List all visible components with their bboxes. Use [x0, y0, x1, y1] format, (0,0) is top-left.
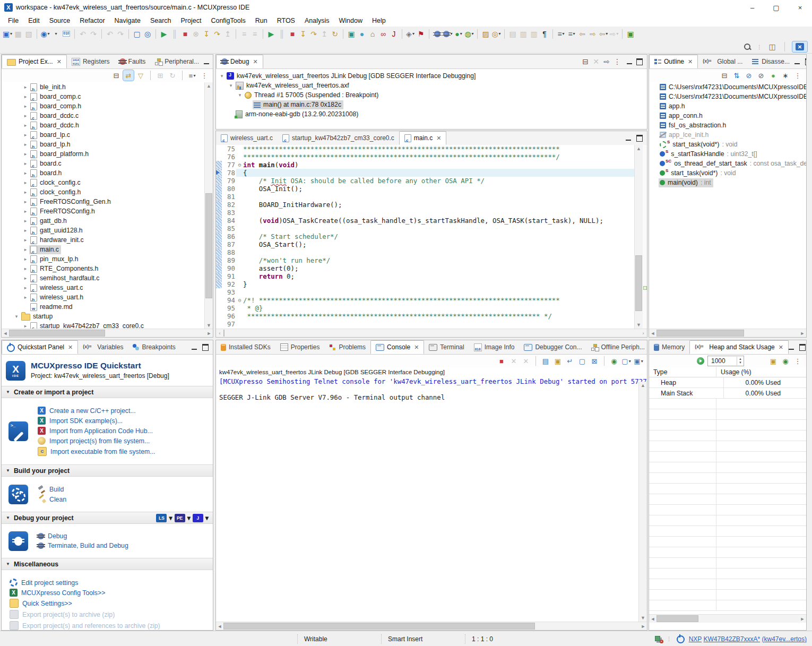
close-icon[interactable]: ✕: [57, 58, 62, 65]
fold-marker-icon[interactable]: ⊖: [236, 296, 243, 304]
line-number[interactable]: 76: [222, 153, 236, 161]
expander-icon[interactable]: ▾: [13, 314, 20, 319]
line-number[interactable]: 96: [222, 312, 236, 320]
explorer-item-clock-config-c[interactable]: ▸clock_config.c: [2, 178, 204, 187]
close-icon[interactable]: ✕: [688, 58, 693, 65]
expander-icon[interactable]: ▸: [22, 161, 29, 166]
tags[interactable]: ◈▾: [405, 28, 416, 40]
collapse-icon[interactable]: ▼: [6, 390, 10, 394]
tab-debugger-con[interactable]: Debugger Con...: [519, 340, 586, 354]
collapse-all[interactable]: ⊟: [719, 70, 730, 81]
explorer-item-startup-kw47b42zb7-cm33-core0-c[interactable]: ▸startup_kw47b42zb7_cm33_core0.c: [2, 321, 204, 329]
build[interactable]: ▾: [50, 28, 61, 40]
view-menu[interactable]: ⋮: [792, 356, 803, 366]
explorer-item-gatt-db-h[interactable]: ▸gatt_db.h: [2, 216, 204, 226]
explorer-label-wrap[interactable]: board_dcdc.c: [29, 111, 81, 120]
open-console-view[interactable]: ▢: [132, 28, 142, 40]
link-with-editor[interactable]: ⇄: [123, 70, 134, 81]
menu-configtools[interactable]: ConfigTools: [206, 16, 250, 25]
debug-item-kw47evk-wireless-uart-freertos-jlink-deb[interactable]: ▾kw47evk_wireless_uart_freertos JLink De…: [216, 71, 647, 81]
line-number[interactable]: 90: [222, 264, 236, 272]
terminate-console[interactable]: ■: [496, 356, 507, 366]
explorer-label-wrap[interactable]: board.h: [29, 169, 64, 178]
debug-label-wrap[interactable]: kw47evk_wireless_uart_freertos.axf: [235, 81, 351, 90]
debug-config-dd[interactable]: ▾: [443, 28, 453, 40]
expander-icon[interactable]: ▸: [22, 170, 29, 176]
expander-icon[interactable]: ▸: [22, 123, 29, 128]
explorer-label-wrap[interactable]: clock_config.h: [29, 188, 83, 197]
explorer-label-wrap[interactable]: wireless_uart.h: [29, 293, 85, 302]
tab-debug[interactable]: Debug✕: [216, 55, 263, 68]
remove-flag[interactable]: ⚑: [416, 28, 426, 40]
probe-jlink-dropdown[interactable]: ▾: [205, 514, 209, 522]
menu-window[interactable]: Window: [334, 16, 367, 25]
expander-icon[interactable]: ▾: [227, 83, 235, 88]
close-button[interactable]: ×: [788, 0, 812, 15]
explorer-item-rte-components-h[interactable]: ▸RTE_Components.h: [2, 264, 204, 273]
menu-search[interactable]: Search: [145, 16, 176, 25]
line-number[interactable]: 83: [222, 209, 236, 217]
tab-breakpoints[interactable]: Breakpoints: [128, 340, 180, 354]
fold-marker-icon[interactable]: ⊖: [236, 161, 243, 169]
show-on-stderr[interactable]: ⊠: [589, 356, 600, 366]
line-number[interactable]: 91: [222, 272, 236, 280]
line-number[interactable]: 88: [222, 248, 236, 256]
launch-power-icon[interactable]: [677, 635, 685, 643]
expander-icon[interactable]: ▸: [22, 266, 29, 271]
explorer-item-board-dcdc-c[interactable]: ▸board_dcdc.c: [2, 111, 204, 120]
explorer-item-clock-config-h[interactable]: ▸clock_config.h: [2, 187, 204, 197]
outline-label-wrap[interactable]: fsl_os_abstraction.h: [659, 121, 728, 130]
explorer-label-wrap[interactable]: startup_kw47b42zb7_cm33_core0.c: [29, 322, 146, 330]
expander-icon[interactable]: ▾: [218, 73, 226, 79]
collapse-icon[interactable]: ▼: [6, 515, 10, 520]
probe-pemicro-dropdown[interactable]: ▾: [187, 514, 191, 522]
menu-file[interactable]: File: [3, 16, 23, 25]
editor-horizontal-scrollbar[interactable]: ‹›: [216, 329, 647, 337]
outline-item-app-conn-h[interactable]: app_conn.h: [649, 111, 806, 120]
outline-label-wrap[interactable]: Sstart_task(void*) : void: [659, 140, 740, 149]
home[interactable]: ⌂: [367, 28, 378, 40]
outline-item-start-task-void[interactable]: Sstart_task(void*) : void: [649, 168, 806, 178]
outline-item-app-lce-init-h[interactable]: app_lce_init.h: [649, 130, 806, 140]
outline-item-s-starttaskhandle[interactable]: Ss_startTaskHandle : uint32_t[]: [649, 149, 806, 159]
open-type[interactable]: ▨: [480, 28, 491, 40]
explorer-item-board-comp-h[interactable]: ▸board_comp.h: [2, 101, 204, 111]
status-link-0[interactable]: NXP: [689, 635, 702, 643]
explorer-item-board-platform-h[interactable]: ▸board_platform.h: [2, 149, 204, 159]
probe-pemicro[interactable]: PE: [175, 514, 185, 522]
line-number[interactable]: 78: [222, 169, 236, 177]
explorer-label-wrap[interactable]: FreeRTOSConfig.h: [29, 207, 97, 216]
line-number[interactable]: 93: [222, 288, 236, 296]
line-number[interactable]: 89: [222, 256, 236, 264]
outline-item-c-users-nxf47231-documents-mcuxpressoide[interactable]: C:\Users\nxf47231\Documents\MCUXpressoID…: [649, 92, 806, 101]
expander-icon[interactable]: ▸: [22, 275, 29, 281]
explorer-label-wrap[interactable]: startup: [20, 312, 55, 321]
outline-horizontal-scrollbar[interactable]: ◄►: [649, 329, 806, 337]
close-icon[interactable]: ✕: [436, 135, 441, 142]
step-into-2[interactable]: ↧: [298, 28, 308, 40]
line-number[interactable]: 86: [222, 232, 236, 240]
open-console[interactable]: ▣▾: [633, 356, 644, 366]
outline-label-wrap[interactable]: Sstart_task(void*) : void: [659, 169, 738, 178]
menu-project[interactable]: Project: [176, 16, 206, 25]
hide-static[interactable]: ⊘: [756, 70, 766, 81]
expander-icon[interactable]: ▸: [22, 228, 29, 233]
restart[interactable]: ▶: [266, 28, 277, 40]
debug-config[interactable]: [432, 28, 443, 40]
explorer-label-wrap[interactable]: semihost_hardfault.c: [29, 274, 101, 283]
debug-item-arm-none-eabi-gdb-13-2-90-20231008[interactable]: arm-none-eabi-gdb (13.2.90.20231008): [216, 109, 647, 119]
probe-jlink[interactable]: J: [193, 514, 203, 522]
explorer-label-wrap[interactable]: board.c: [29, 159, 64, 168]
line-number[interactable]: 97: [222, 320, 236, 328]
line-number[interactable]: 94: [222, 296, 236, 304]
explorer-item-board-h[interactable]: ▸board.h: [2, 168, 204, 178]
minimize-view-icon[interactable]: [626, 135, 631, 141]
line-number[interactable]: 77: [222, 161, 236, 169]
explorer-label-wrap[interactable]: readme.md: [29, 303, 75, 312]
expander-icon[interactable]: ▸: [22, 84, 29, 90]
col-type[interactable]: Type: [649, 367, 716, 377]
expander-icon[interactable]: ▸: [22, 104, 29, 109]
explorer-label-wrap[interactable]: board_dcdc.h: [29, 121, 81, 130]
maximize-view-icon[interactable]: [805, 58, 807, 65]
section-miscellaneous[interactable]: ▼Miscellaneous: [2, 558, 213, 570]
